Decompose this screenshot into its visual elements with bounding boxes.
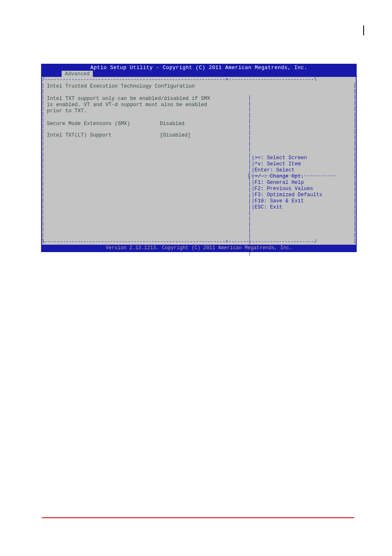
- tab-container: Advanced: [62, 71, 356, 77]
- setting-value-smx: Disabled: [160, 121, 184, 127]
- config-title: Intel Trusted Execution Technology Confi…: [47, 83, 245, 89]
- setting-label-smx: Secure Mode Extensons (SMX): [47, 121, 160, 127]
- page-footer-line: [42, 517, 354, 518]
- header-bar: Aptio Setup Utility - Copyright (C) 2011…: [42, 65, 356, 77]
- content-area: Intel Trusted Execution Technology Confi…: [42, 77, 356, 244]
- config-description: Intel TXT support only can be enabled/di…: [47, 96, 245, 114]
- setting-label-txt: Intel TXT(LT) Support: [47, 132, 160, 138]
- border-bottom: \---------------------------------------…: [42, 239, 356, 245]
- setting-row-smx: Secure Mode Extensons (SMX) Disabled: [47, 121, 245, 127]
- setting-value-txt[interactable]: [Disabled]: [160, 132, 191, 138]
- help-lines: |><: Select Screen |^v: Select Item |Ent…: [251, 155, 353, 211]
- bios-screen: Aptio Setup Utility - Copyright (C) 2011…: [41, 64, 357, 252]
- left-panel: Intel Trusted Execution Technology Confi…: [42, 77, 248, 244]
- text-cursor: [363, 25, 364, 35]
- setting-row-txt[interactable]: Intel TXT(LT) Support [Disabled]: [47, 132, 245, 138]
- right-panel: |><: Select Screen |^v: Select Item |Ent…: [248, 77, 356, 244]
- tab-advanced[interactable]: Advanced: [62, 71, 93, 77]
- header-title: Aptio Setup Utility - Copyright (C) 2011…: [42, 65, 356, 71]
- footer-bar: Version 2.13.1213. Copyright (C) 2011 Am…: [42, 245, 356, 251]
